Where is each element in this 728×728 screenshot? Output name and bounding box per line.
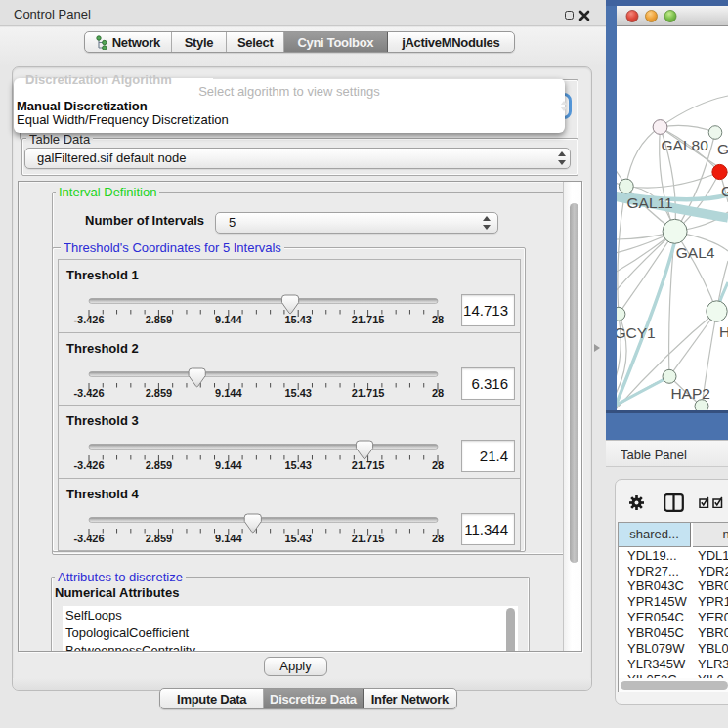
svg-text:-3.426: -3.426: [73, 533, 104, 544]
svg-text:-3.426: -3.426: [73, 387, 104, 399]
svg-text:HI: HI: [719, 323, 728, 340]
svg-text:28: 28: [432, 387, 444, 399]
svg-text:2.859: 2.859: [146, 459, 173, 471]
svg-text:2.859: 2.859: [146, 314, 173, 325]
svg-text:15.43: 15.43: [284, 314, 312, 325]
svg-text:15.43: 15.43: [284, 387, 312, 399]
svg-text:9.144: 9.144: [215, 387, 242, 399]
svg-text:15.43: 15.43: [284, 459, 312, 471]
svg-text:GCY1: GCY1: [617, 324, 656, 341]
svg-text:9.144: 9.144: [215, 533, 242, 544]
svg-text:G: G: [721, 183, 728, 199]
svg-text:21.715: 21.715: [352, 459, 385, 471]
svg-text:2.859: 2.859: [146, 533, 173, 544]
svg-text:28: 28: [432, 533, 444, 544]
svg-text:28: 28: [432, 459, 444, 471]
svg-text:-3.426: -3.426: [73, 314, 104, 325]
svg-text:21.715: 21.715: [352, 533, 385, 544]
svg-text:GAL11: GAL11: [627, 194, 673, 211]
svg-text:9.144: 9.144: [215, 314, 242, 325]
svg-text:GAL4: GAL4: [676, 244, 715, 261]
svg-text:28: 28: [432, 314, 444, 325]
svg-text:2.859: 2.859: [146, 387, 173, 399]
svg-text:9.144: 9.144: [215, 459, 242, 471]
svg-text:GA: GA: [717, 141, 728, 157]
svg-text:21.715: 21.715: [352, 387, 385, 399]
svg-text:15.43: 15.43: [284, 533, 312, 544]
svg-text:21.715: 21.715: [352, 314, 385, 325]
svg-text:GAL80: GAL80: [662, 137, 709, 153]
svg-text:-3.426: -3.426: [73, 459, 104, 471]
svg-text:HAP2: HAP2: [670, 385, 710, 402]
